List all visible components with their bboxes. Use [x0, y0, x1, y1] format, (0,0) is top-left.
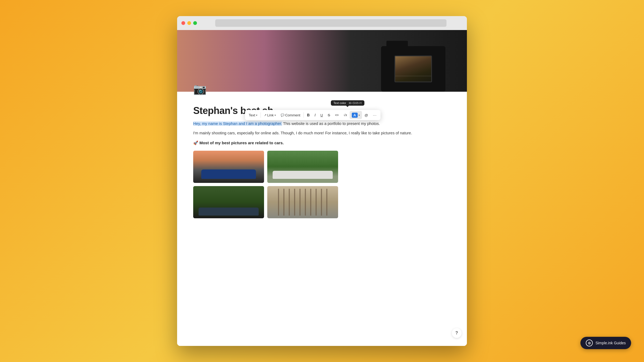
tooltip-label: Text color	[334, 101, 346, 105]
chevron-down-icon: ▾	[358, 114, 360, 117]
link-label: Link	[267, 113, 274, 117]
highlighted-text: Hey, my name is Stephan and I am a photo…	[193, 121, 282, 126]
text-formatting-toolbar: Text color ⌘+Shift+H Text ▾ ↗ Link ▾	[245, 110, 380, 120]
simpleink-label: Simple.ink Guides	[595, 341, 626, 345]
formula-icon: √x	[344, 113, 347, 117]
browser-window: 📷 Text color ⌘+Shift+H Text ▾ ↗	[177, 16, 467, 346]
featured-line: 🚀 Most of my best pictures are related t…	[193, 141, 451, 145]
strikethrough-icon: S	[328, 113, 330, 117]
text-color-tooltip: Text color ⌘+Shift+H	[331, 100, 364, 106]
italic-icon: I	[314, 113, 316, 117]
bold-icon: B	[307, 113, 310, 117]
link-button[interactable]: ↗ Link ▾	[262, 111, 278, 119]
italic-button[interactable]: I	[312, 111, 318, 119]
second-paragraph: I'm mainly shooting cars, especially for…	[193, 130, 451, 136]
simpleink-badge[interactable]: ◎ Simple.ink Guides	[580, 337, 631, 349]
photo-bmw	[193, 151, 264, 183]
site-logo: 📷	[193, 84, 208, 98]
close-button[interactable]	[181, 21, 185, 25]
mention-icon: @	[365, 113, 368, 117]
minimize-button[interactable]	[187, 21, 191, 25]
camera-body	[381, 46, 445, 92]
code-button[interactable]: <>	[333, 111, 341, 119]
comment-label: Comment	[285, 113, 300, 117]
strikethrough-button[interactable]: S	[325, 111, 332, 119]
simpleink-logo: ◎	[588, 341, 591, 345]
chevron-down-icon: ▾	[256, 114, 257, 117]
camera-silhouette	[381, 35, 456, 92]
formula-button[interactable]: √x	[342, 111, 349, 119]
comment-icon: 💬	[281, 113, 284, 117]
underline-icon: U	[320, 113, 323, 117]
text-style-label: Text	[249, 113, 255, 117]
chevron-down-icon: ▾	[275, 114, 276, 117]
code-icon: <>	[335, 113, 339, 117]
more-icon: ···	[373, 113, 377, 117]
photo-grid	[193, 151, 338, 218]
help-button[interactable]: ?	[452, 328, 462, 338]
photo-dark-car	[193, 186, 264, 218]
link-icon: ↗	[264, 113, 266, 117]
hero-image	[177, 30, 467, 92]
intro-paragraph: Hey, my name is Stephan and I am a photo…	[193, 121, 451, 127]
simpleink-icon: ◎	[586, 339, 593, 346]
underline-button[interactable]: U	[318, 111, 325, 119]
browser-content: 📷 Text color ⌘+Shift+H Text ▾ ↗	[177, 30, 467, 346]
bold-button[interactable]: B	[305, 111, 312, 119]
more-options-button[interactable]: ···	[371, 111, 379, 119]
text-color-button[interactable]: A ▾	[350, 111, 362, 119]
mention-button[interactable]: @	[363, 111, 370, 119]
page-content: 📷 Text color ⌘+Shift+H Text ▾ ↗	[177, 92, 467, 346]
address-bar[interactable]	[215, 19, 447, 27]
logo-icon: 📷	[193, 83, 207, 95]
hero-overlay	[177, 30, 467, 92]
photo-mercedes	[267, 151, 338, 183]
help-icon: ?	[455, 331, 458, 335]
camera-top	[386, 41, 408, 46]
camera-screen	[394, 56, 432, 82]
titlebar	[177, 16, 467, 30]
divider	[303, 112, 304, 118]
divider	[261, 112, 261, 118]
text-color-icon: A	[352, 113, 357, 118]
photo-scaffold	[267, 186, 338, 218]
intro-rest: This website is used as a portfolio to p…	[282, 121, 380, 126]
tooltip-shortcut: ⌘+Shift+H	[349, 102, 362, 105]
text-style-button[interactable]: Text ▾	[247, 111, 259, 119]
comment-button[interactable]: 💬 Comment	[279, 111, 302, 119]
maximize-button[interactable]	[193, 21, 197, 25]
